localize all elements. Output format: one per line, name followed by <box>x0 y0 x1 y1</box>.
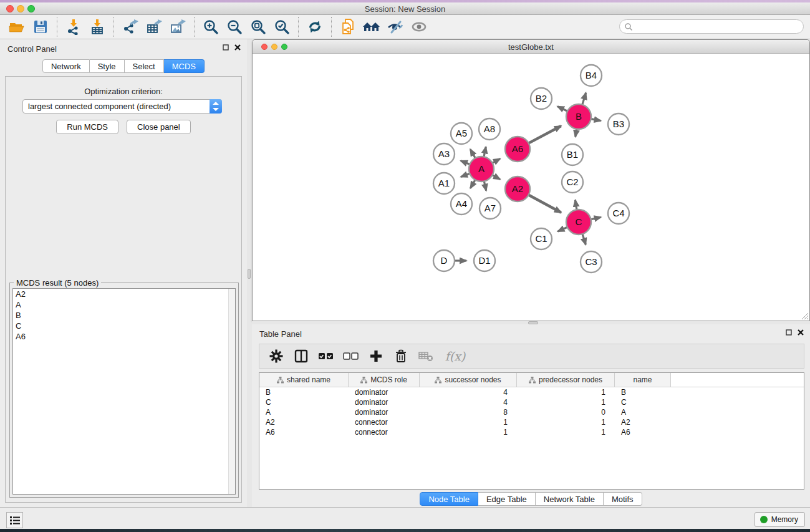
node-C4[interactable]: C4 <box>608 203 629 224</box>
tab-select[interactable]: Select <box>125 59 164 73</box>
network-graph[interactable]: AA1A2A3A4A5A6A7A8BB1B2B3B4CC1C2C3C4DD1 <box>253 54 809 321</box>
node-A1[interactable]: A1 <box>433 173 455 194</box>
node-B4[interactable]: B4 <box>581 65 602 86</box>
search-input[interactable] <box>633 22 803 31</box>
tab-motifs[interactable]: Motifs <box>604 492 642 506</box>
edge-A-A1[interactable] <box>461 173 470 177</box>
mcds-result-item[interactable]: A6 <box>13 331 235 342</box>
table-row[interactable]: A6connector11A6 <box>259 427 804 437</box>
resize-grip-icon[interactable] <box>801 312 808 319</box>
export-network-button[interactable] <box>118 16 142 37</box>
node-A2[interactable]: A2 <box>505 177 530 201</box>
node-table[interactable]: shared nameMCDS rolesuccessor nodesprede… <box>259 372 804 490</box>
node-A7[interactable]: A7 <box>480 198 501 219</box>
node-A4[interactable]: A4 <box>451 193 472 215</box>
table-settings-button[interactable] <box>268 347 284 365</box>
node-C3[interactable]: C3 <box>581 251 602 273</box>
close-panel-icon[interactable] <box>798 329 804 336</box>
node-B1[interactable]: B1 <box>562 144 583 165</box>
node-C1[interactable]: C1 <box>531 228 552 249</box>
node-A[interactable]: A <box>469 157 494 181</box>
node-B2[interactable]: B2 <box>531 88 552 109</box>
tab-node-table[interactable]: Node Table <box>420 492 478 506</box>
float-panel-icon[interactable] <box>223 44 229 51</box>
edge-B-B3[interactable] <box>591 119 601 121</box>
edge-C-C1[interactable] <box>557 227 567 231</box>
delete-table-button[interactable] <box>418 347 434 365</box>
node-C[interactable]: C <box>566 210 591 235</box>
network-window-titlebar[interactable]: testGlobe.txt <box>253 40 809 54</box>
edge-B-B1[interactable] <box>576 129 577 137</box>
node-A3[interactable]: A3 <box>433 143 455 165</box>
search-box[interactable] <box>619 19 804 34</box>
zoom-selected-button[interactable] <box>270 16 294 37</box>
open-file-button[interactable] <box>5 16 29 37</box>
column-header-shared-name[interactable]: shared name <box>259 373 349 387</box>
tab-network-table[interactable]: Network Table <box>536 492 604 506</box>
table-row[interactable]: Cdominator41C <box>259 397 804 407</box>
edge-C-C3[interactable] <box>582 234 586 244</box>
mcds-result-item[interactable]: C <box>13 321 235 331</box>
export-image-button[interactable] <box>166 16 190 37</box>
float-panel-icon[interactable] <box>786 329 792 336</box>
node-B[interactable]: B <box>566 104 591 129</box>
mcds-result-item[interactable]: B <box>13 310 235 321</box>
refresh-button[interactable] <box>303 16 327 37</box>
edge-B-B4[interactable] <box>582 93 586 105</box>
node-A5[interactable]: A5 <box>451 123 472 144</box>
hide-eye-button[interactable] <box>383 16 407 37</box>
column-header-name[interactable]: name <box>615 373 671 387</box>
column-header-mcds-role[interactable]: MCDS role <box>349 373 420 387</box>
edge-C-C2[interactable] <box>575 200 576 210</box>
copy-network-document-button[interactable] <box>336 16 360 37</box>
memory-button[interactable]: Memory <box>755 512 805 527</box>
node-B3[interactable]: B3 <box>608 114 629 135</box>
tab-edge-table[interactable]: Edge Table <box>478 492 536 506</box>
node-D1[interactable]: D1 <box>474 250 495 271</box>
select-all-button[interactable] <box>318 347 334 365</box>
mcds-result-item[interactable]: A2 <box>13 289 235 299</box>
column-header-successor-nodes[interactable]: successor nodes <box>420 373 517 387</box>
run-mcds-button[interactable]: Run MCDS <box>56 120 118 134</box>
edge-B-B2[interactable] <box>557 107 567 112</box>
criterion-dropdown[interactable]: largest connected component (directed) <box>22 99 222 114</box>
task-history-button[interactable] <box>6 512 23 528</box>
tab-mcds[interactable]: MCDS <box>164 59 205 73</box>
column-header-predecessor-nodes[interactable]: predecessor nodes <box>517 373 615 387</box>
edge-C-C4[interactable] <box>591 217 601 220</box>
table-row[interactable]: Adominator80A <box>259 407 804 417</box>
node-C2[interactable]: C2 <box>562 172 583 193</box>
edge-A-A3[interactable] <box>461 161 470 165</box>
tab-style[interactable]: Style <box>90 59 125 73</box>
network-canvas[interactable]: AA1A2A3A4A5A6A7A8BB1B2B3B4CC1C2C3C4DD1 <box>253 54 809 321</box>
tab-network[interactable]: Network <box>42 59 90 73</box>
table-row[interactable]: A2connector11A2 <box>259 417 804 427</box>
close-panel-button[interactable]: Close panel <box>127 120 191 134</box>
mcds-result-item[interactable]: A <box>13 299 235 310</box>
mcds-result-list[interactable]: A2ABCA6 <box>12 288 236 495</box>
table-row[interactable]: Bdominator41B <box>259 387 804 397</box>
edge-A-A6[interactable] <box>493 158 500 163</box>
node-A8[interactable]: A8 <box>479 118 500 140</box>
function-builder-button[interactable]: f(x) <box>443 347 468 365</box>
edge-A6-B[interactable] <box>529 126 561 143</box>
show-columns-button[interactable] <box>293 347 309 365</box>
home-button[interactable] <box>360 16 383 37</box>
import-table-button[interactable] <box>85 16 109 37</box>
show-eye-button[interactable] <box>407 16 431 37</box>
export-table-button[interactable] <box>142 16 166 37</box>
add-row-button[interactable] <box>368 347 384 365</box>
zoom-fit-button[interactable] <box>246 16 270 37</box>
vertical-splitter[interactable] <box>247 39 252 507</box>
edge-A-A8[interactable] <box>484 147 486 157</box>
mcds-list-scrollbar[interactable] <box>228 289 235 494</box>
edge-A-A2[interactable] <box>493 175 500 180</box>
zoom-in-button[interactable] <box>199 16 223 37</box>
edge-A-A5[interactable] <box>470 149 475 158</box>
close-panel-icon[interactable] <box>234 44 241 51</box>
zoom-out-button[interactable] <box>223 16 246 37</box>
node-D[interactable]: D <box>433 250 455 271</box>
edge-A-A4[interactable] <box>470 180 475 188</box>
splitter-handle[interactable] <box>248 269 251 279</box>
delete-row-button[interactable] <box>393 347 409 365</box>
